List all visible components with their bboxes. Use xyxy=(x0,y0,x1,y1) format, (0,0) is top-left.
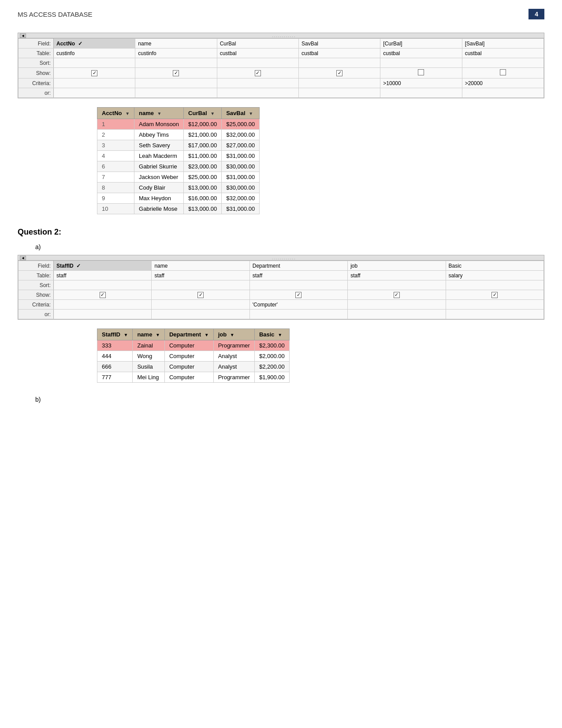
q2-or-staffid[interactable] xyxy=(54,310,152,319)
q1-col-savbal[interactable]: SavBal ▼ xyxy=(222,108,260,119)
q1-field-savbal-expr[interactable]: [SavBal] xyxy=(462,39,543,49)
q1-sort-curbal[interactable] xyxy=(217,58,298,68)
q2-show-dept[interactable] xyxy=(249,290,347,300)
q2-sort-staffid[interactable] xyxy=(54,280,152,290)
q1-field-name[interactable]: name xyxy=(135,39,217,49)
q2-dept-cell: Computer xyxy=(164,340,213,351)
q1-savbal-cell: $32,000.00 xyxy=(222,130,260,140)
q2-name-cell: Wong xyxy=(133,351,164,362)
q2-results-header-row: StaffID ▼ name ▼ Department ▼ job ▼ Basi… xyxy=(97,329,290,340)
q1-field-savbal[interactable]: SavBal xyxy=(298,39,380,49)
q2-dept-cell: Computer xyxy=(164,362,213,372)
q1-sort-acctno[interactable] xyxy=(54,58,135,68)
q2-show-staffid[interactable] xyxy=(54,290,152,300)
q1-acctno-cell: 1 xyxy=(97,119,134,130)
q2-show-name[interactable] xyxy=(152,290,249,300)
q1-name-cell: Abbey Tims xyxy=(134,130,184,140)
q1-table-row: Table: custinfo custinfo custbal custbal… xyxy=(19,49,544,58)
q1-criteria-savbal-expr[interactable]: >20000 xyxy=(462,78,543,88)
scroll-track: ............ xyxy=(26,34,542,38)
q2-scrollbar[interactable]: ◄ ............ xyxy=(18,255,544,261)
q2-sort-dept[interactable] xyxy=(249,280,347,290)
q2-table-basic: salary xyxy=(446,271,543,280)
q2-basic-cell: $1,900.00 xyxy=(254,372,289,383)
q1-sort-name[interactable] xyxy=(135,58,217,68)
q1-acctno-cell: 9 xyxy=(97,193,134,204)
q1-criteria-label: Criteria: xyxy=(19,78,54,88)
q1-curbal-cell: $13,000.00 xyxy=(184,183,222,193)
q1-col-curbal[interactable]: CurBal ▼ xyxy=(184,108,222,119)
q2-criteria-basic[interactable] xyxy=(446,300,543,310)
q2-criteria-dept[interactable]: 'Computer' xyxy=(249,300,347,310)
q1-show-curbal[interactable] xyxy=(217,68,298,78)
q2-sort-label: Sort: xyxy=(19,280,54,290)
q1-show-row: Show: xyxy=(19,68,544,78)
q2-col-name[interactable]: name ▼ xyxy=(133,329,164,340)
q2-job-cell: Programmer xyxy=(213,340,254,351)
q1-or-name[interactable] xyxy=(135,88,217,98)
q1-curbal-cell: $13,000.00 xyxy=(184,204,222,214)
q2-field-job[interactable]: job xyxy=(348,261,446,271)
q2-criteria-job[interactable] xyxy=(348,300,446,310)
acctno-sort-icon: ▼ xyxy=(125,111,130,116)
q1-sort-curbal-expr[interactable] xyxy=(380,58,462,68)
q2-show-basic[interactable] xyxy=(446,290,543,300)
q1-field-curbal-expr[interactable]: [CurBal] xyxy=(380,39,462,49)
q2-criteria-staffid[interactable] xyxy=(54,300,152,310)
q2-sort-name[interactable] xyxy=(152,280,249,290)
q2-sort-basic[interactable] xyxy=(446,280,543,290)
q2-sort-job[interactable] xyxy=(348,280,446,290)
q1-or-savbal[interactable] xyxy=(298,88,380,98)
q1-curbal-cell: $16,000.00 xyxy=(184,193,222,204)
q1-sort-savbal-expr[interactable] xyxy=(462,58,543,68)
q1-show-savbal[interactable] xyxy=(298,68,380,78)
q2-or-name[interactable] xyxy=(152,310,249,319)
q1-show-acctno[interactable] xyxy=(54,68,135,78)
q2-or-dept[interactable] xyxy=(249,310,347,319)
q2-criteria-name[interactable] xyxy=(152,300,249,310)
q1-show-name[interactable] xyxy=(135,68,217,78)
q1-acctno-cell: 4 xyxy=(97,151,134,161)
q1-name-cell: Leah Macderm xyxy=(134,151,184,161)
scroll-left-button[interactable]: ◄ xyxy=(20,34,26,38)
q2-or-basic[interactable] xyxy=(446,310,543,319)
q1-result-row: 4 Leah Macderm $11,000.00 $31,000.00 xyxy=(97,151,260,161)
q1-scrollbar[interactable]: ◄ ............ xyxy=(18,33,544,38)
q1-criteria-curbal[interactable] xyxy=(217,78,298,88)
q2-name-cell: Susila xyxy=(133,362,164,372)
q1-show-curbal-expr[interactable] xyxy=(380,68,462,78)
q2-scroll-left-button[interactable]: ◄ xyxy=(20,256,26,260)
q1-or-curbal[interactable] xyxy=(217,88,298,98)
q2-col-staffid[interactable]: StaffID ▼ xyxy=(97,329,133,340)
q2-field-staffid[interactable]: StaffID ✓ xyxy=(54,261,152,271)
q1-sort-savbal[interactable] xyxy=(298,58,380,68)
q1-col-acctno[interactable]: AcctNo ▼ xyxy=(97,108,134,119)
q2-criteria-label: Criteria: xyxy=(19,300,54,310)
q2-field-dept[interactable]: Department xyxy=(249,261,347,271)
q2-col-job[interactable]: job ▼ xyxy=(213,329,254,340)
q2-col-basic[interactable]: Basic ▼ xyxy=(254,329,289,340)
q2-col-dept[interactable]: Department ▼ xyxy=(164,329,213,340)
q2-show-job[interactable] xyxy=(348,290,446,300)
q1-criteria-acctno[interactable] xyxy=(54,78,135,88)
q2-or-job[interactable] xyxy=(348,310,446,319)
q1-or-curbal-expr[interactable] xyxy=(380,88,462,98)
q1-table-acctno: custinfo xyxy=(54,49,135,58)
q1-field-acctno[interactable]: AcctNo ✓ xyxy=(54,39,135,49)
page-title: MS ACCESS DATABASE xyxy=(18,11,93,18)
q1-field-curbal[interactable]: CurBal xyxy=(217,39,298,49)
q2-name-cell: Zainal xyxy=(133,340,164,351)
q1-or-savbal-expr[interactable] xyxy=(462,88,543,98)
q1-curbal-cell: $21,000.00 xyxy=(184,130,222,140)
q1-col-name[interactable]: name ▼ xyxy=(134,108,184,119)
q1-table-savbal-expr: custbal xyxy=(462,49,543,58)
q2-query-grid: Field: StaffID ✓ name Department job Bas… xyxy=(18,261,544,319)
q2-field-basic[interactable]: Basic xyxy=(446,261,543,271)
q1-or-acctno[interactable] xyxy=(54,88,135,98)
q2-or-label: or: xyxy=(19,310,54,319)
q1-criteria-name[interactable] xyxy=(135,78,217,88)
q1-show-savbal-expr[interactable] xyxy=(462,68,543,78)
q1-criteria-curbal-expr[interactable]: >10000 xyxy=(380,78,462,88)
q1-criteria-savbal[interactable] xyxy=(298,78,380,88)
q2-field-name[interactable]: name xyxy=(152,261,249,271)
